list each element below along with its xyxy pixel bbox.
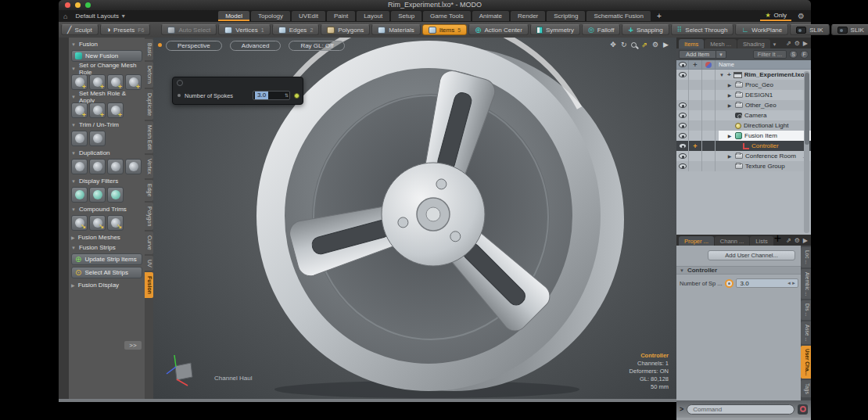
sculpt-button[interactable]: Sculpt — [61, 24, 99, 35]
name-cell[interactable]: ▼+Rim_Experiment.lxo* — [716, 70, 811, 80]
add-workspace-tab-button[interactable]: + — [652, 11, 666, 21]
select-through-button[interactable]: Select Through — [671, 24, 734, 35]
eye-icon[interactable] — [679, 72, 687, 77]
compound-trims-tool-1-button[interactable] — [71, 215, 88, 231]
expander-open-icon[interactable]: ▼ — [719, 73, 725, 77]
more-icon[interactable]: ▶ — [803, 237, 808, 244]
filters-button[interactable]: F — [800, 50, 809, 59]
name-cell[interactable]: Directional Light — [716, 120, 811, 131]
vertices-button[interactable]: Vertices1 — [218, 24, 270, 35]
symmetry-button[interactable]: Symmetry — [530, 24, 580, 35]
workspace-tab-setup[interactable]: Setup — [391, 11, 421, 21]
number-of-spokes-dialog[interactable]: Number of Spokes 3.0 ⇅ — [172, 77, 303, 105]
panel-tab-shading[interactable]: Shading — [737, 39, 770, 48]
item-row-rim-experiment-lxo[interactable]: ▼+Rim_Experiment.lxo* — [676, 70, 811, 80]
render-cell[interactable] — [702, 131, 716, 141]
add-item-dropdown-icon[interactable]: ▼ — [716, 50, 726, 59]
more-tools-button[interactable]: >> — [124, 341, 142, 350]
set-or-change-mesh-role-tool-4-button[interactable] — [125, 74, 142, 90]
item-row-fusion-item[interactable]: ▶Fusion Item — [676, 131, 811, 141]
eye-icon[interactable] — [679, 153, 687, 159]
expander-closed-icon[interactable]: ▶ — [726, 153, 733, 159]
visibility-cell[interactable] — [676, 100, 689, 110]
name-cell[interactable]: ▶Fusion Item — [716, 131, 811, 141]
more-icon[interactable]: ▶ — [663, 41, 669, 48]
maximize-icon[interactable]: ⇗ — [786, 40, 791, 47]
update-strip-items-button[interactable]: Update Strip Items — [71, 253, 142, 265]
display-filters-tool-1-button[interactable] — [71, 187, 88, 203]
add-cell[interactable] — [689, 110, 702, 120]
orbit-icon[interactable]: ↻ — [621, 41, 627, 48]
sidebar-tab-fusion[interactable]: Fusion — [145, 272, 153, 298]
tab-overflow-icon[interactable]: ▼ — [773, 42, 777, 47]
eye-icon[interactable] — [679, 133, 687, 138]
section-header-compound-trims[interactable]: ▼Compound Trims — [71, 204, 142, 214]
scopes-button[interactable]: S — [789, 50, 798, 59]
sidebar-tab-uv[interactable]: UV — [145, 256, 153, 271]
add-cell[interactable] — [689, 131, 702, 141]
section-header-display-filters[interactable]: ▼Display Filters — [71, 176, 142, 186]
items-button[interactable]: Items5 — [422, 24, 467, 35]
render-cell[interactable] — [702, 70, 716, 80]
expander-closed-icon[interactable]: ▶ — [726, 82, 733, 88]
add-cell[interactable] — [689, 90, 702, 100]
falloff-button[interactable]: Falloff — [582, 24, 621, 35]
item-row-camera[interactable]: Camera — [676, 110, 811, 120]
eye-icon[interactable] — [679, 102, 687, 108]
render-cell[interactable] — [702, 80, 716, 90]
set-or-change-mesh-role-tool-2-button[interactable] — [89, 74, 106, 90]
spokes-value-input[interactable]: 3.0 ⇅ — [253, 91, 290, 100]
polygons-button[interactable]: Polygons — [321, 24, 370, 35]
zoom-icon[interactable] — [631, 42, 637, 48]
controller-section-header[interactable]: ▼ Controller — [676, 266, 801, 275]
add-tab-button[interactable]: + — [774, 232, 781, 246]
add-cell[interactable] — [689, 100, 702, 110]
item-row-controller[interactable]: +Controller — [676, 141, 811, 151]
props-tab-chann[interactable]: Chann ... — [715, 236, 749, 246]
set-or-change-mesh-role-tool-1-button[interactable] — [71, 74, 88, 90]
more-icon[interactable]: ▶ — [803, 40, 808, 47]
gear-icon[interactable]: ⚙ — [798, 12, 805, 20]
item-row-other-geo[interactable]: ▶Other_Geo — [676, 100, 811, 110]
name-cell[interactable]: ▶Conference Room... — [716, 151, 811, 161]
section-header-trim-un-trim[interactable]: ▼Trim / Un-Trim — [71, 120, 142, 130]
props-tab-lists[interactable]: Lists — [750, 236, 773, 246]
only-toggle[interactable]: ★Only — [760, 11, 791, 21]
set-or-change-mesh-role-tool-3-button[interactable] — [107, 74, 124, 90]
item-row-texture-group[interactable]: Texture Group — [676, 161, 811, 171]
side-tab-asse[interactable]: Asse ... — [801, 321, 811, 345]
workspace-tab-layout[interactable]: Layout — [357, 11, 389, 21]
scrollbar-thumb[interactable] — [805, 73, 809, 145]
add-cell[interactable] — [689, 120, 702, 131]
duplication-tool-3-button[interactable] — [107, 159, 124, 174]
display-filters-tool-3-button[interactable] — [107, 187, 124, 203]
visibility-cell[interactable] — [676, 90, 689, 100]
name-cell[interactable]: ▶Other_Geo — [716, 100, 811, 110]
select-all-strips-button[interactable]: Select All Strips — [71, 267, 142, 278]
gear-icon[interactable]: ⚙ — [794, 40, 800, 47]
sidebar-tab-deform[interactable]: Deform — [145, 62, 153, 88]
advanced-button[interactable]: Advanced — [230, 41, 282, 51]
workspace-tab-animate[interactable]: Animate — [472, 11, 509, 21]
expander-closed-icon[interactable]: ▶ — [726, 92, 733, 98]
channel-value-input[interactable]: 3.0 ◄► — [736, 278, 798, 288]
render-cell[interactable] — [702, 90, 716, 100]
add-cell[interactable] — [689, 161, 702, 171]
item-list-scrollbar[interactable] — [804, 71, 809, 233]
side-tab-alembic[interactable]: Alembic ... — [801, 269, 811, 299]
channel-link-icon[interactable] — [725, 279, 733, 288]
expander-closed-icon[interactable]: ▶ — [726, 102, 733, 108]
gear-icon[interactable]: ⚙ — [794, 237, 800, 244]
materials-button[interactable]: Materials — [371, 24, 420, 35]
ray-gl-off-button[interactable]: Ray GL: Off — [289, 41, 345, 51]
render-cell[interactable] — [702, 100, 716, 110]
sidebar-tab-vertex[interactable]: Vertex — [145, 155, 153, 178]
visibility-cell[interactable] — [676, 80, 689, 90]
section-header-set-mesh-role-apply[interactable]: ▼Set Mesh Role & Apply — [71, 92, 142, 102]
name-cell[interactable]: ▶Proc_Geo — [716, 80, 811, 90]
visibility-cell[interactable] — [676, 161, 689, 171]
workspace-tab-render[interactable]: Render — [511, 11, 545, 21]
slik-button[interactable]: SLIK — [790, 24, 829, 35]
render-cell[interactable] — [702, 151, 716, 161]
add-item-button[interactable]: Add Item▼ — [679, 50, 726, 59]
